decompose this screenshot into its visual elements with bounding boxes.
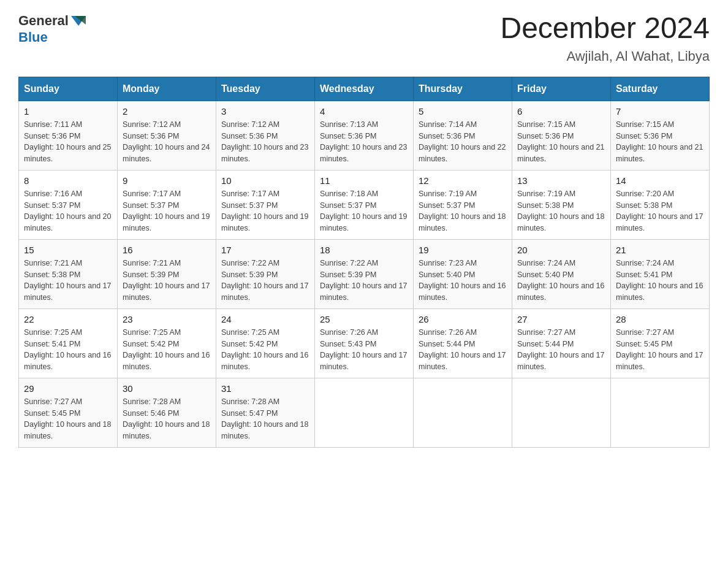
calendar-cell: 27 Sunrise: 7:27 AMSunset: 5:44 PMDaylig… [512,308,611,378]
day-number: 28 [616,314,704,324]
day-number: 10 [221,175,309,186]
day-number: 16 [123,245,211,255]
calendar-cell: 21 Sunrise: 7:24 AMSunset: 5:41 PMDaylig… [611,239,710,308]
calendar-cell: 24 Sunrise: 7:25 AMSunset: 5:42 PMDaylig… [216,308,315,378]
day-info: Sunrise: 7:24 AMSunset: 5:41 PMDaylight:… [616,258,704,304]
day-info: Sunrise: 7:19 AMSunset: 5:37 PMDaylight:… [419,188,507,234]
calendar-cell: 23 Sunrise: 7:25 AMSunset: 5:42 PMDaylig… [118,308,216,378]
calendar-cell: 6 Sunrise: 7:15 AMSunset: 5:36 PMDayligh… [512,101,611,170]
day-info: Sunrise: 7:26 AMSunset: 5:43 PMDaylight:… [320,327,408,373]
day-info: Sunrise: 7:12 AMSunset: 5:36 PMDaylight:… [123,119,211,165]
day-info: Sunrise: 7:11 AMSunset: 5:36 PMDaylight:… [24,119,112,165]
calendar-cell: 3 Sunrise: 7:12 AMSunset: 5:36 PMDayligh… [216,101,315,170]
day-number: 13 [517,175,605,186]
week-row-1: 1 Sunrise: 7:11 AMSunset: 5:36 PMDayligh… [19,101,710,170]
logo-general: General [18,13,69,29]
calendar-cell [611,378,710,447]
day-info: Sunrise: 7:15 AMSunset: 5:36 PMDaylight:… [616,119,704,165]
day-number: 6 [517,106,605,117]
day-number: 18 [320,245,408,255]
week-row-3: 15 Sunrise: 7:21 AMSunset: 5:38 PMDaylig… [19,239,710,308]
calendar-cell: 28 Sunrise: 7:27 AMSunset: 5:45 PMDaylig… [611,308,710,378]
day-info: Sunrise: 7:15 AMSunset: 5:36 PMDaylight:… [517,119,605,165]
day-info: Sunrise: 7:28 AMSunset: 5:46 PMDaylight:… [123,396,211,442]
day-number: 20 [517,245,605,255]
day-number: 8 [24,175,112,186]
day-number: 26 [419,314,507,324]
calendar-cell: 10 Sunrise: 7:17 AMSunset: 5:37 PMDaylig… [216,170,315,239]
day-number: 11 [320,175,408,186]
calendar-cell: 14 Sunrise: 7:20 AMSunset: 5:38 PMDaylig… [611,170,710,239]
day-number: 17 [221,245,309,255]
day-info: Sunrise: 7:24 AMSunset: 5:40 PMDaylight:… [517,258,605,304]
calendar-cell: 25 Sunrise: 7:26 AMSunset: 5:43 PMDaylig… [315,308,414,378]
header-tuesday: Tuesday [216,77,315,101]
calendar-header: SundayMondayTuesdayWednesdayThursdayFrid… [19,77,710,101]
day-info: Sunrise: 7:17 AMSunset: 5:37 PMDaylight:… [221,188,309,234]
calendar-cell: 15 Sunrise: 7:21 AMSunset: 5:38 PMDaylig… [19,239,118,308]
day-number: 22 [24,314,112,324]
day-number: 12 [419,175,507,186]
day-info: Sunrise: 7:28 AMSunset: 5:47 PMDaylight:… [221,396,309,442]
day-info: Sunrise: 7:20 AMSunset: 5:38 PMDaylight:… [616,188,704,234]
day-info: Sunrise: 7:27 AMSunset: 5:44 PMDaylight:… [517,327,605,373]
day-info: Sunrise: 7:25 AMSunset: 5:42 PMDaylight:… [221,327,309,373]
calendar-cell: 4 Sunrise: 7:13 AMSunset: 5:36 PMDayligh… [315,101,414,170]
day-number: 7 [616,106,704,117]
calendar-cell: 16 Sunrise: 7:21 AMSunset: 5:39 PMDaylig… [118,239,216,308]
day-info: Sunrise: 7:12 AMSunset: 5:36 PMDaylight:… [221,119,309,165]
day-info: Sunrise: 7:21 AMSunset: 5:38 PMDaylight:… [24,258,112,304]
day-info: Sunrise: 7:13 AMSunset: 5:36 PMDaylight:… [320,119,408,165]
calendar-cell [512,378,611,447]
day-number: 24 [221,314,309,324]
week-row-5: 29 Sunrise: 7:27 AMSunset: 5:45 PMDaylig… [19,378,710,447]
day-info: Sunrise: 7:16 AMSunset: 5:37 PMDaylight:… [24,188,112,234]
header-sunday: Sunday [19,77,118,101]
day-number: 23 [123,314,211,324]
header-monday: Monday [118,77,216,101]
calendar-cell: 1 Sunrise: 7:11 AMSunset: 5:36 PMDayligh… [19,101,118,170]
day-number: 29 [24,383,112,394]
day-info: Sunrise: 7:22 AMSunset: 5:39 PMDaylight:… [320,258,408,304]
calendar-cell: 29 Sunrise: 7:27 AMSunset: 5:45 PMDaylig… [19,378,118,447]
location-title: Awjilah, Al Wahat, Libya [500,48,710,64]
calendar-cell: 11 Sunrise: 7:18 AMSunset: 5:37 PMDaylig… [315,170,414,239]
day-number: 19 [419,245,507,255]
day-number: 25 [320,314,408,324]
day-info: Sunrise: 7:26 AMSunset: 5:44 PMDaylight:… [419,327,507,373]
calendar-cell: 5 Sunrise: 7:14 AMSunset: 5:36 PMDayligh… [414,101,512,170]
header-thursday: Thursday [414,77,512,101]
header-wednesday: Wednesday [315,77,414,101]
logo-icon [70,12,87,29]
day-info: Sunrise: 7:18 AMSunset: 5:37 PMDaylight:… [320,188,408,234]
day-info: Sunrise: 7:22 AMSunset: 5:39 PMDaylight:… [221,258,309,304]
calendar-cell: 31 Sunrise: 7:28 AMSunset: 5:47 PMDaylig… [216,378,315,447]
logo-blue: Blue [18,29,87,45]
calendar-cell: 2 Sunrise: 7:12 AMSunset: 5:36 PMDayligh… [118,101,216,170]
day-info: Sunrise: 7:17 AMSunset: 5:37 PMDaylight:… [123,188,211,234]
calendar-cell: 30 Sunrise: 7:28 AMSunset: 5:46 PMDaylig… [118,378,216,447]
week-row-4: 22 Sunrise: 7:25 AMSunset: 5:41 PMDaylig… [19,308,710,378]
day-number: 30 [123,383,211,394]
day-number: 15 [24,245,112,255]
calendar-cell: 26 Sunrise: 7:26 AMSunset: 5:44 PMDaylig… [414,308,512,378]
day-number: 9 [123,175,211,186]
header-saturday: Saturday [611,77,710,101]
day-number: 2 [123,106,211,117]
calendar-cell [315,378,414,447]
calendar-cell: 12 Sunrise: 7:19 AMSunset: 5:37 PMDaylig… [414,170,512,239]
day-info: Sunrise: 7:23 AMSunset: 5:40 PMDaylight:… [419,258,507,304]
logo: General Blue [18,12,87,45]
day-info: Sunrise: 7:19 AMSunset: 5:38 PMDaylight:… [517,188,605,234]
day-number: 31 [221,383,309,394]
title-block: December 2024 Awjilah, Al Wahat, Libya [500,12,710,64]
day-info: Sunrise: 7:27 AMSunset: 5:45 PMDaylight:… [24,396,112,442]
day-info: Sunrise: 7:25 AMSunset: 5:41 PMDaylight:… [24,327,112,373]
calendar-cell: 19 Sunrise: 7:23 AMSunset: 5:40 PMDaylig… [414,239,512,308]
day-info: Sunrise: 7:14 AMSunset: 5:36 PMDaylight:… [419,119,507,165]
calendar-cell: 17 Sunrise: 7:22 AMSunset: 5:39 PMDaylig… [216,239,315,308]
month-title: December 2024 [500,12,710,45]
day-number: 1 [24,106,112,117]
page-header: General Blue December 2024 Awjilah, Al W… [18,12,710,64]
calendar-table: SundayMondayTuesdayWednesdayThursdayFrid… [18,77,710,448]
